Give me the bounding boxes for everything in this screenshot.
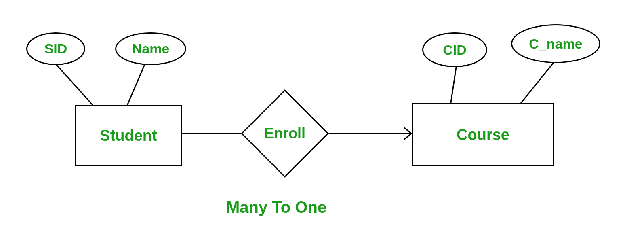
svg-line-1 — [127, 63, 145, 105]
relationship-enroll: Enroll — [242, 91, 327, 176]
attribute-name: Name — [115, 32, 186, 65]
entity-student: Student — [75, 105, 182, 166]
er-diagram-canvas: SID Name CID C_name Student Course Enrol… — [0, 0, 644, 248]
attribute-sid: SID — [26, 32, 85, 65]
svg-line-0 — [55, 63, 93, 105]
attribute-cname-label: C_name — [529, 36, 582, 52]
attribute-cname: C_name — [511, 24, 600, 63]
entity-student-label: Student — [100, 127, 157, 144]
attribute-cid: CID — [422, 32, 487, 67]
attribute-name-label: Name — [132, 41, 170, 57]
attribute-sid-label: SID — [44, 41, 67, 57]
svg-line-5 — [519, 63, 554, 105]
entity-course-label: Course — [457, 126, 509, 144]
diagram-caption: Many To One — [226, 198, 326, 216]
svg-line-4 — [450, 65, 457, 105]
attribute-cid-label: CID — [443, 42, 467, 58]
relationship-enroll-label: Enroll — [264, 125, 305, 142]
entity-course: Course — [412, 103, 554, 166]
